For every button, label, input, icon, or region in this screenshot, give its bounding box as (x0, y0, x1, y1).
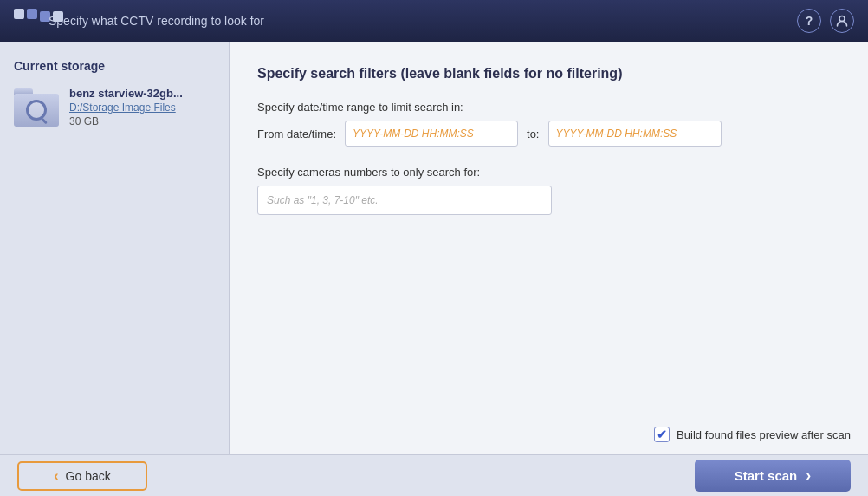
header-left: Specify what CCTV recording to look for (14, 9, 264, 33)
to-label: to: (527, 127, 539, 140)
date-filter-section: Specify date/time range to limit search … (257, 101, 840, 147)
main-layout: Current storage benz starview-32gb... D:… (0, 42, 868, 454)
camera-section-label: Specify cameras numbers to only search f… (257, 166, 840, 179)
user-button[interactable] (830, 9, 854, 33)
preview-label: Build found files preview after scan (677, 428, 851, 441)
logo-square (14, 9, 24, 19)
storage-folder-icon (14, 88, 59, 127)
storage-name: benz starview-32gb... (69, 87, 183, 100)
content-area: Specify search filters (leave blank fiel… (230, 42, 868, 454)
go-back-button[interactable]: ‹ Go back (17, 461, 147, 491)
camera-numbers-input[interactable] (257, 186, 552, 215)
date-section-label: Specify date/time range to limit search … (257, 101, 840, 114)
app-logo (14, 9, 38, 33)
storage-item: benz starview-32gb... D:/Storage Image F… (14, 87, 215, 127)
storage-path[interactable]: D:/Storage Image Files (69, 101, 183, 114)
preview-checkbox[interactable]: ✔ (654, 427, 670, 442)
from-label: From date/time: (257, 127, 336, 140)
start-scan-button[interactable]: Start scan › (695, 460, 851, 492)
from-date-input[interactable] (345, 121, 518, 147)
footer: ‹ Go back Start scan › (0, 454, 868, 496)
to-date-input[interactable] (548, 121, 722, 147)
sidebar-title: Current storage (14, 59, 215, 73)
storage-info: benz starview-32gb... D:/Storage Image F… (69, 87, 183, 127)
forward-arrow-icon: › (806, 467, 811, 485)
header-title: Specify what CCTV recording to look for (49, 14, 264, 28)
camera-filter-section: Specify cameras numbers to only search f… (257, 166, 840, 215)
start-scan-label: Start scan (735, 468, 798, 483)
svg-point-0 (839, 16, 845, 22)
preview-checkbox-row: ✔ Build found files preview after scan (654, 427, 851, 442)
date-row: From date/time: to: (257, 121, 840, 147)
content-title: Specify search filters (leave blank fiel… (257, 66, 840, 82)
logo-square (27, 9, 37, 19)
storage-size: 30 GB (69, 115, 183, 127)
header: Specify what CCTV recording to look for … (0, 0, 868, 42)
check-icon: ✔ (657, 427, 667, 441)
sidebar: Current storage benz starview-32gb... D:… (0, 42, 230, 454)
header-icons: ? (797, 9, 854, 33)
folder-search-icon (26, 100, 47, 121)
help-button[interactable]: ? (797, 9, 821, 33)
go-back-label: Go back (66, 469, 111, 483)
back-arrow-icon: ‹ (54, 468, 58, 484)
